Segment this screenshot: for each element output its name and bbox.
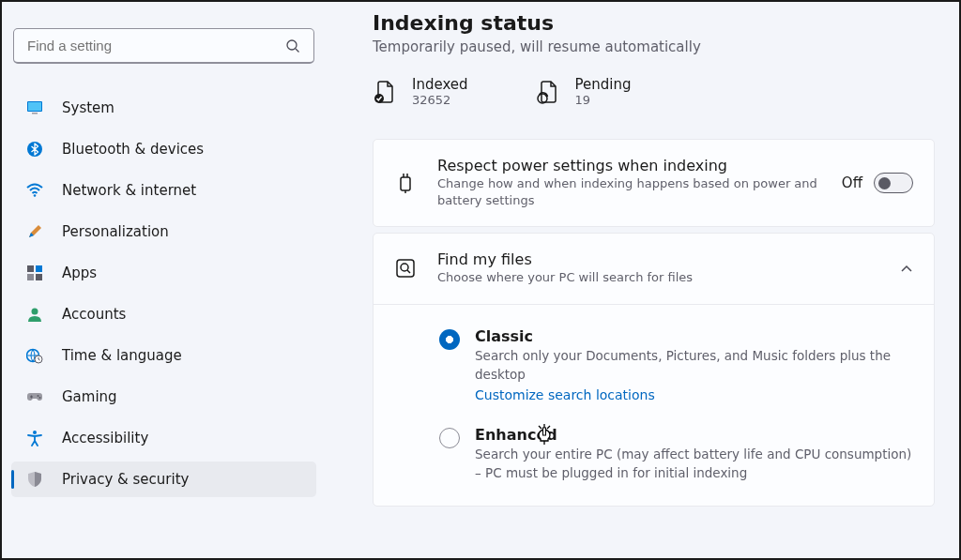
svg-rect-7 xyxy=(27,265,34,272)
option-title: Enhanced xyxy=(475,426,913,444)
option-title: Classic xyxy=(475,327,913,345)
person-icon xyxy=(26,306,43,323)
customize-search-locations-link[interactable]: Customize search locations xyxy=(475,387,655,402)
stat-indexed-value: 32652 xyxy=(412,93,468,107)
svg-rect-19 xyxy=(401,177,410,190)
card-title: Find my files xyxy=(437,250,879,268)
svg-point-14 xyxy=(38,395,39,397)
stat-indexed-label: Indexed xyxy=(412,76,468,93)
sidebar-item-gaming[interactable]: Gaming xyxy=(11,379,316,415)
card-title: Respect power settings when indexing xyxy=(437,157,821,174)
wifi-icon xyxy=(26,182,43,199)
svg-point-21 xyxy=(401,264,408,271)
card-find-my-files: Find my files Choose where your PC will … xyxy=(373,233,935,506)
sidebar-item-label: Network & internet xyxy=(62,182,196,199)
bluetooth-icon xyxy=(26,141,43,158)
card-desc: Choose where your PC will search for fil… xyxy=(437,269,841,286)
chevron-up-icon xyxy=(900,262,913,275)
search-input-container[interactable] xyxy=(13,28,314,64)
sidebar-item-label: Bluetooth & devices xyxy=(62,141,204,158)
main-panel: Indexing status Temporarily paused, will… xyxy=(326,2,959,558)
sidebar-item-label: Accessibility xyxy=(62,430,148,446)
option-desc: Search only your Documents, Pictures, an… xyxy=(475,346,913,385)
indexed-icon xyxy=(373,80,397,104)
find-files-body: Classic Search only your Documents, Pict… xyxy=(374,304,934,506)
sidebar-item-label: Time & language xyxy=(62,347,182,364)
option-desc: Search your entire PC (may affect batter… xyxy=(475,445,913,483)
svg-point-15 xyxy=(39,397,41,399)
card-desc: Change how and when indexing happens bas… xyxy=(437,175,821,209)
svg-rect-3 xyxy=(28,102,41,111)
sidebar-item-label: Personalization xyxy=(62,223,169,240)
svg-rect-8 xyxy=(36,265,42,272)
pending-icon xyxy=(536,80,560,104)
shield-icon xyxy=(26,471,43,488)
find-files-header[interactable]: Find my files Choose where your PC will … xyxy=(374,234,934,303)
page-title: Indexing status xyxy=(373,11,935,35)
sidebar: System Bluetooth & devices Network & int… xyxy=(2,2,326,558)
system-icon xyxy=(26,99,43,116)
option-enhanced[interactable]: Enhanced Search your entire PC (may affe… xyxy=(439,426,913,483)
svg-rect-4 xyxy=(32,113,38,114)
sidebar-nav: System Bluetooth & devices Network & int… xyxy=(11,90,316,497)
sidebar-item-bluetooth[interactable]: Bluetooth & devices xyxy=(11,131,316,167)
index-stats: Indexed 32652 Pending 19 xyxy=(373,76,935,107)
sidebar-item-privacy[interactable]: Privacy & security xyxy=(11,462,316,497)
sidebar-item-apps[interactable]: Apps xyxy=(11,255,316,291)
sidebar-item-accounts[interactable]: Accounts xyxy=(11,296,316,332)
svg-rect-9 xyxy=(27,274,34,280)
sidebar-item-label: Gaming xyxy=(62,388,117,405)
svg-point-6 xyxy=(34,194,37,197)
search-icon xyxy=(285,38,300,53)
stat-indexed: Indexed 32652 xyxy=(373,76,468,107)
apps-icon xyxy=(26,265,43,281)
radio-classic[interactable] xyxy=(439,329,460,350)
accessibility-icon xyxy=(26,430,43,446)
stat-pending-value: 19 xyxy=(575,93,632,107)
sidebar-item-time[interactable]: Time & language xyxy=(11,338,316,373)
paintbrush-icon xyxy=(26,223,43,240)
radio-enhanced[interactable] xyxy=(439,428,460,448)
svg-point-11 xyxy=(32,309,38,315)
sidebar-item-accessibility[interactable]: Accessibility xyxy=(11,420,316,456)
search-input[interactable] xyxy=(27,38,285,53)
option-classic[interactable]: Classic Search only your Documents, Pict… xyxy=(439,327,913,404)
plug-icon xyxy=(394,172,417,194)
card-power-settings: Respect power settings when indexing Cha… xyxy=(373,139,935,227)
file-search-icon xyxy=(394,257,417,280)
clock-globe-icon xyxy=(26,347,43,364)
svg-line-1 xyxy=(296,49,299,53)
svg-rect-10 xyxy=(36,274,42,280)
gamepad-icon xyxy=(26,388,43,405)
svg-point-0 xyxy=(287,40,297,50)
sidebar-item-label: Apps xyxy=(62,265,97,281)
stat-pending: Pending 19 xyxy=(536,76,632,107)
toggle-state: Off xyxy=(842,174,862,191)
sidebar-item-label: System xyxy=(62,99,114,116)
power-toggle[interactable] xyxy=(874,173,913,193)
sidebar-item-network[interactable]: Network & internet xyxy=(11,173,316,208)
svg-point-16 xyxy=(33,431,37,434)
page-subtitle: Temporarily paused, will resume automati… xyxy=(373,38,935,55)
sidebar-item-label: Accounts xyxy=(62,306,126,323)
svg-rect-20 xyxy=(397,260,414,277)
sidebar-item-system[interactable]: System xyxy=(11,90,316,126)
stat-pending-label: Pending xyxy=(575,76,632,93)
sidebar-item-label: Privacy & security xyxy=(62,471,189,488)
sidebar-item-personalization[interactable]: Personalization xyxy=(11,214,316,250)
